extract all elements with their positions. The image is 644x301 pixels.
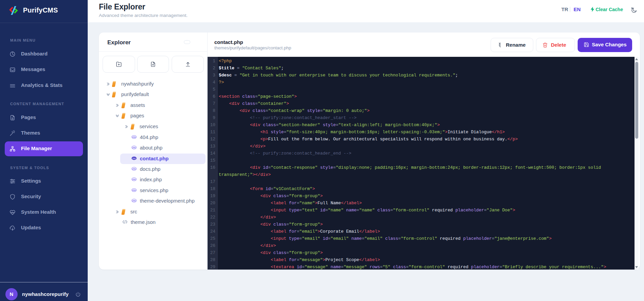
- svg-text:php: php: [132, 178, 135, 180]
- svg-text:php: php: [132, 189, 135, 191]
- svg-text:php: php: [132, 168, 135, 170]
- svg-text:php: php: [132, 157, 135, 159]
- svg-text:php: php: [132, 136, 135, 138]
- svg-text:php: php: [132, 146, 135, 148]
- svg-text:php: php: [132, 200, 135, 202]
